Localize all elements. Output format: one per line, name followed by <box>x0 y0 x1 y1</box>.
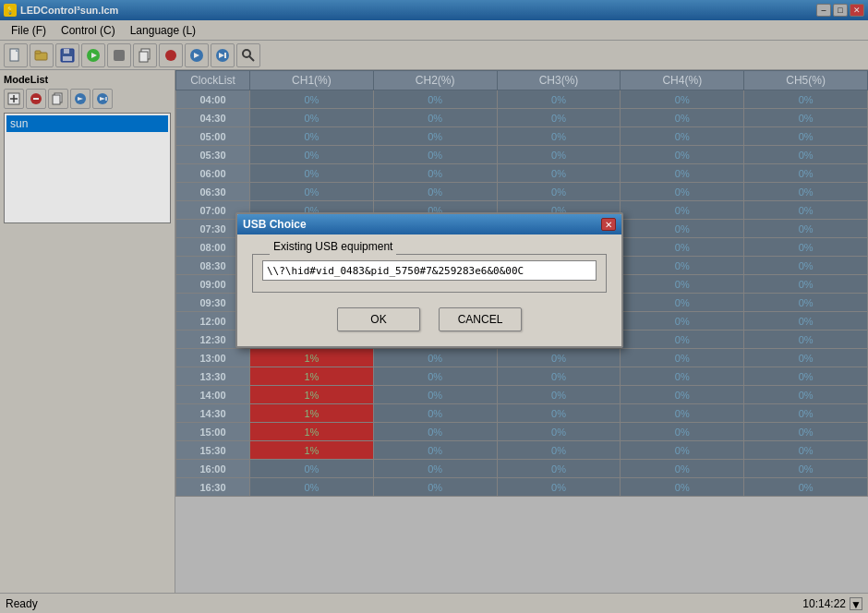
dialog-overlay: USB Choice ✕ Existing USB equipment \\?\… <box>0 0 868 613</box>
dialog-titlebar: USB Choice ✕ <box>237 214 621 234</box>
dialog-body: Existing USB equipment \\?\hid#vid_0483&… <box>237 234 621 346</box>
usb-dropdown-wrapper: \\?\hid#vid_0483&pid_5750#7&259283e6&0&0… <box>262 260 597 281</box>
usb-dialog: USB Choice ✕ Existing USB equipment \\?\… <box>235 212 623 348</box>
usb-group-legend: Existing USB equipment <box>270 240 396 253</box>
usb-equipment-group: Existing USB equipment \\?\hid#vid_0483&… <box>252 247 607 293</box>
usb-device-dropdown[interactable]: \\?\hid#vid_0483&pid_5750#7&259283e6&0&0… <box>262 260 597 281</box>
ok-button[interactable]: OK <box>337 307 420 331</box>
cancel-button[interactable]: CANCEL <box>439 307 522 331</box>
dialog-title: USB Choice <box>243 218 307 231</box>
dialog-close-button[interactable]: ✕ <box>601 218 616 231</box>
dialog-buttons: OK CANCEL <box>252 307 607 331</box>
